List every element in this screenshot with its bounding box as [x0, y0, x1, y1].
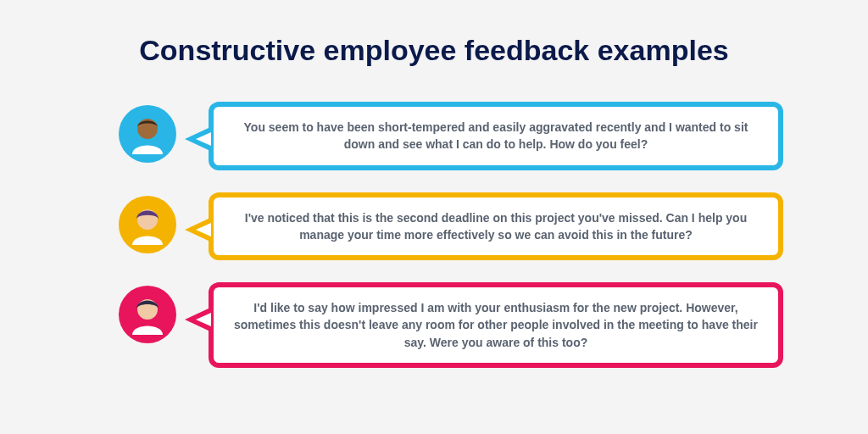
- feedback-text: I've noticed that this is the second dea…: [209, 192, 783, 261]
- feedback-row: I'd like to say how impressed I am with …: [119, 282, 783, 368]
- page-title: Constructive employee feedback examples: [0, 34, 868, 67]
- bubble-tail-inner: [196, 313, 211, 326]
- person-icon: [125, 112, 170, 156]
- feedback-text: You seem to have been short-tempered and…: [209, 102, 783, 170]
- speech-bubble: You seem to have been short-tempered and…: [209, 102, 783, 170]
- bubble-tail-inner: [196, 132, 211, 146]
- bubble-tail-inner: [196, 223, 211, 236]
- person-icon: [125, 203, 170, 247]
- person-icon: [125, 292, 170, 337]
- bubble-list: You seem to have been short-tempered and…: [119, 102, 783, 390]
- avatar-icon: [119, 286, 176, 343]
- page-root: Constructive employee feedback examples …: [0, 0, 868, 434]
- avatar-icon: [119, 105, 176, 163]
- avatar-icon: [119, 196, 176, 253]
- feedback-row: I've noticed that this is the second dea…: [119, 192, 783, 261]
- feedback-text: I'd like to say how impressed I am with …: [209, 282, 783, 368]
- feedback-row: You seem to have been short-tempered and…: [119, 102, 783, 170]
- speech-bubble: I'd like to say how impressed I am with …: [209, 282, 783, 368]
- speech-bubble: I've noticed that this is the second dea…: [209, 192, 783, 261]
